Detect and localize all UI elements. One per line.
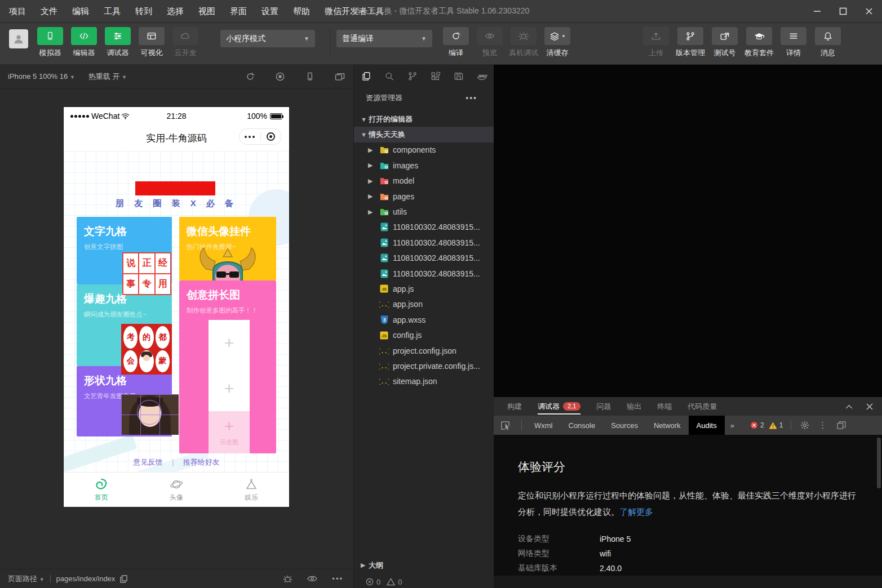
user-avatar[interactable]: [9, 29, 28, 48]
scrollbar[interactable]: [877, 436, 881, 574]
copy-path-icon[interactable]: [120, 575, 127, 583]
close-icon[interactable]: [866, 403, 873, 410]
devtools-tab-sources[interactable]: Sources: [603, 416, 646, 435]
hot-reload-toggle[interactable]: 热重载 开 ▼: [88, 72, 127, 82]
menu-项目[interactable]: 项目: [9, 6, 26, 17]
toolbar-button-测试号[interactable]: 测试号: [710, 27, 739, 58]
more-dots-icon[interactable]: [240, 136, 260, 138]
phone-icon[interactable]: [304, 72, 316, 82]
toolbar-button-版本管理[interactable]: 版本管理: [676, 27, 705, 58]
problems-summary[interactable]: 0 0: [354, 574, 494, 588]
devtools-tab-network[interactable]: Network: [646, 416, 689, 435]
toolbar-button-教育套件[interactable]: 教育套件: [744, 27, 774, 58]
close-button[interactable]: [856, 0, 882, 23]
capsule-menu[interactable]: [239, 128, 282, 145]
tree-folder-utils[interactable]: ▶utils: [354, 204, 494, 219]
undock-icon[interactable]: [831, 421, 852, 429]
tree-section-情头天天换[interactable]: ▼情头天天换: [354, 127, 494, 142]
phone-tab-头像[interactable]: 头像: [139, 473, 214, 507]
menu-转到[interactable]: 转到: [135, 6, 152, 17]
tree-file-1108100302.48083915...[interactable]: 1108100302.48083915...: [354, 235, 494, 250]
device-selector[interactable]: iPhone 5 100% 16 ▼: [8, 72, 75, 81]
debugger-tab-代码质量[interactable]: 代码质量: [688, 397, 717, 416]
tree-folder-pages[interactable]: ▶pages: [354, 189, 494, 204]
search-icon[interactable]: [384, 71, 395, 81]
settings-gear-icon[interactable]: [796, 421, 814, 430]
maximize-button[interactable]: [830, 0, 856, 23]
tree-file-app.js[interactable]: JSapp.js: [354, 281, 494, 296]
menu-微信开发者工具[interactable]: 微信开发者工具: [325, 6, 384, 17]
toolbar-button-编辑器[interactable]: 编辑器: [67, 27, 101, 58]
debugger-tab-问题[interactable]: 问题: [596, 397, 611, 416]
menu-帮助[interactable]: 帮助: [293, 6, 310, 17]
stop-icon[interactable]: [274, 72, 286, 82]
top-banner-image[interactable]: [135, 181, 215, 195]
tree-file-config.js[interactable]: JSconfig.js: [354, 327, 494, 342]
vconsole-bug-icon[interactable]: [283, 574, 292, 583]
kebab-menu-icon[interactable]: ⋮: [814, 420, 831, 430]
toolbar-button-详情[interactable]: 详情: [779, 27, 808, 58]
save-icon[interactable]: [453, 71, 464, 81]
phone-tab-首页[interactable]: 首页: [64, 473, 139, 507]
menu-视图[interactable]: 视图: [198, 6, 215, 17]
more-actions-icon[interactable]: •••: [332, 574, 343, 583]
phone-preview[interactable]: WeChat 21:28 100% 实用-牛角源码: [64, 107, 289, 507]
card-long-image[interactable]: 创意拼长图 制作创意多图的高手！！ ++ + 示意图: [179, 280, 276, 453]
files-icon[interactable]: [361, 71, 372, 81]
minimize-button[interactable]: [804, 0, 830, 23]
blocks-icon[interactable]: [430, 71, 441, 81]
menu-文件[interactable]: 文件: [41, 6, 57, 17]
tree-file-app.json[interactable]: {..}app.json: [354, 297, 494, 312]
phone-tab-娱乐[interactable]: 娱乐: [214, 473, 289, 507]
preview-eye-icon[interactable]: [307, 575, 317, 582]
tree-file-1108100302.48083915...[interactable]: 1108100302.48083915...: [354, 266, 494, 281]
outline-section[interactable]: ▶ 大纲: [354, 558, 494, 573]
toolbar-button-清缓存[interactable]: ▼ 清缓存: [543, 27, 572, 58]
inspect-element-icon[interactable]: [494, 421, 517, 430]
plus-icon: +: [224, 335, 234, 351]
debugger-tab-调试器[interactable]: 调试器2,1: [538, 397, 580, 416]
devtools-tab-wxml[interactable]: Wxml: [526, 416, 561, 435]
menu-工具[interactable]: 工具: [104, 6, 121, 17]
compile-select[interactable]: 普通编译▼: [336, 30, 432, 47]
refresh-icon[interactable]: [245, 72, 256, 82]
tree-folder-images[interactable]: ▶images: [354, 158, 494, 173]
toolbar-button-编译[interactable]: 编译: [441, 27, 471, 58]
close-target-icon[interactable]: [261, 132, 282, 141]
recommend-link[interactable]: 推荐给好友: [183, 457, 220, 467]
menu-选择[interactable]: 选择: [167, 6, 184, 17]
more-actions-icon[interactable]: •••: [466, 93, 477, 103]
toolbar-button-消息[interactable]: 消息: [813, 27, 843, 58]
mode-select[interactable]: 小程序模式▼: [220, 30, 315, 47]
more-tabs-icon[interactable]: »: [725, 421, 740, 430]
tree-file-project.config.json[interactable]: {..}project.config.json: [354, 343, 494, 358]
tree-file-app.wxss[interactable]: 3app.wxss: [354, 312, 494, 327]
tree-section-打开的编辑器[interactable]: ▼打开的编辑器: [354, 112, 494, 127]
card-avatar-widget[interactable]: 微信头像挂件 热门挂件免费用~: [179, 217, 276, 280]
tree-file-project.private.config.js...[interactable]: {..}project.private.config.js...: [354, 358, 494, 373]
tree-folder-components[interactable]: ▶components: [354, 142, 494, 158]
menu-编辑[interactable]: 编辑: [72, 6, 89, 17]
windows-icon[interactable]: [334, 72, 345, 82]
tree-file-1108100302.48083915...[interactable]: 1108100302.48083915...: [354, 220, 494, 235]
toolbar-button-调试器[interactable]: 调试器: [101, 27, 135, 58]
learn-more-link[interactable]: 了解更多: [619, 507, 653, 516]
menu-界面[interactable]: 界面: [230, 6, 247, 17]
toolbar-button-可视化[interactable]: 可视化: [135, 27, 169, 58]
debugger-tab-终端[interactable]: 终端: [657, 397, 672, 416]
whale-icon[interactable]: [476, 71, 487, 81]
debugger-tab-输出[interactable]: 输出: [627, 397, 641, 416]
menu-设置[interactable]: 设置: [262, 6, 278, 17]
devtools-tab-audits[interactable]: Audits: [689, 416, 725, 435]
tree-folder-model[interactable]: ▶model: [354, 173, 494, 189]
tree-file-1108100302.48083915...[interactable]: 1108100302.48083915...: [354, 251, 494, 266]
branch-icon[interactable]: [407, 71, 418, 81]
collapse-up-icon[interactable]: [845, 404, 853, 409]
feedback-link[interactable]: 意见反馈: [133, 457, 162, 467]
debugger-tab-构建[interactable]: 构建: [507, 397, 522, 416]
tree-file-sitemap.json[interactable]: {..}sitemap.json: [354, 374, 494, 389]
devtools-tab-console[interactable]: Console: [561, 416, 604, 435]
toolbar-button-模拟器[interactable]: 模拟器: [33, 27, 67, 58]
console-error-summary[interactable]: 2 1: [750, 421, 783, 429]
page-path-selector[interactable]: 页面路径 ▼: [8, 574, 45, 584]
